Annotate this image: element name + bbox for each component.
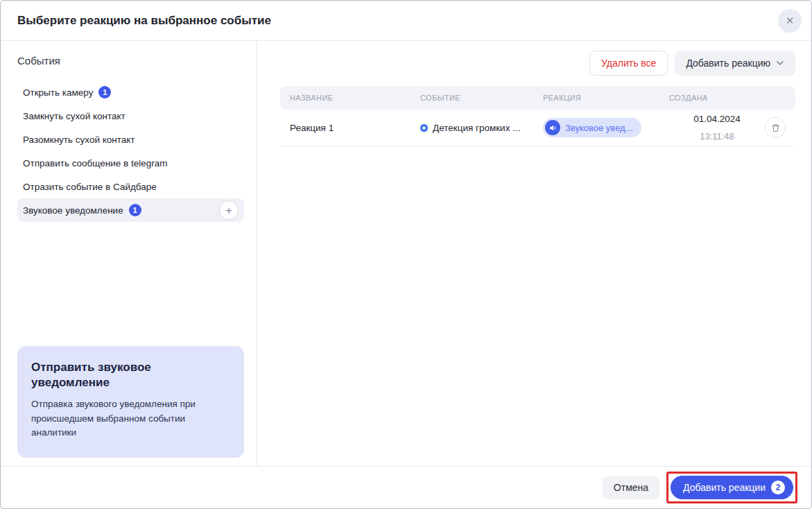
submit-count-badge: 2: [771, 481, 785, 494]
reaction-tag-label: Звуковое увед...: [565, 123, 633, 133]
reaction-name-cell: Реакция 1: [280, 123, 412, 133]
add-reaction-label: Добавить реакцию: [686, 58, 770, 69]
reactions-toolbar: Удалить все Добавить реакцию: [280, 51, 795, 76]
reactions-panel: Удалить все Добавить реакцию НАЗВАНИЕ СО…: [257, 41, 811, 466]
column-header-created: СОЗДАНА: [661, 94, 765, 102]
reactions-table-header: НАЗВАНИЕ СОБЫТИЕ РЕАКЦИЯ СОЗДАНА: [280, 86, 795, 110]
sidebar-item-open-camera[interactable]: Открыть камеру 1: [17, 80, 244, 104]
sidebar-item-label: Отправить сообщение в telegram: [23, 158, 168, 169]
dialog-footer: Отмена Добавить реакции 2: [1, 466, 811, 508]
info-card-title: Отправить звуковое уведомление: [31, 360, 205, 390]
dialog-body: События Открыть камеру 1 Замкнуть сухой …: [1, 41, 811, 466]
sound-notification-icon: [545, 120, 560, 135]
add-reactions-submit-button[interactable]: Добавить реакции 2: [671, 476, 793, 499]
annotation-highlight: Добавить реакции 2: [666, 472, 797, 503]
reaction-cell: Звуковое увед...: [535, 118, 661, 137]
trash-icon: [770, 123, 781, 133]
delete-all-button[interactable]: Удалить все: [589, 51, 668, 76]
event-cell: Детекция громких ...: [412, 123, 535, 133]
count-badge: 1: [129, 204, 141, 216]
event-ring-icon: [420, 124, 428, 132]
sidebar-item-show-in-sidebar[interactable]: Отразить событие в Сайдбаре: [17, 175, 244, 198]
sidebar-item-close-dry-contact[interactable]: Замкнуть сухой контакт: [17, 104, 244, 128]
sidebar-item-label: Разомкнуть сухой контакт: [23, 135, 135, 145]
submit-label: Добавить реакции: [683, 482, 766, 493]
events-sidebar-title: События: [17, 55, 240, 67]
created-date: 01.04.2024: [693, 113, 741, 126]
column-header-event: СОБЫТИЕ: [412, 94, 535, 102]
count-badge: 1: [98, 86, 111, 98]
column-header-reaction: РЕАКЦИЯ: [535, 94, 661, 102]
cancel-label: Отмена: [614, 482, 648, 493]
select-reaction-dialog: Выберите реакцию на выбранное событие ✕ …: [0, 0, 812, 509]
table-row: Реакция 1 Детекция громких ...: [280, 110, 795, 146]
sidebar-item-label: Отразить событие в Сайдбаре: [23, 182, 157, 192]
add-reaction-dropdown-button[interactable]: Добавить реакцию: [675, 51, 795, 76]
cancel-button[interactable]: Отмена: [603, 476, 659, 499]
sidebar-item-open-dry-contact[interactable]: Разомкнуть сухой контакт: [17, 128, 244, 151]
created-cell: 01.04.2024 13:11:48: [661, 113, 765, 143]
sidebar-item-send-telegram[interactable]: Отправить сообщение в telegram: [17, 151, 244, 175]
dialog-header: Выберите реакцию на выбранное событие ✕: [1, 1, 811, 41]
column-header-name: НАЗВАНИЕ: [280, 94, 412, 102]
sidebar-item-label: Открыть камеру: [23, 87, 93, 98]
page-title: Выберите реакцию на выбранное событие: [17, 14, 778, 28]
events-sidebar: События Открыть камеру 1 Замкнуть сухой …: [1, 41, 257, 466]
close-icon: ✕: [786, 15, 795, 26]
sidebar-item-label: Звуковое уведомление: [23, 205, 123, 216]
chevron-down-icon: [776, 59, 784, 67]
close-button[interactable]: ✕: [778, 9, 802, 33]
delete-row-button[interactable]: [765, 117, 786, 138]
add-reaction-plus-button[interactable]: +: [219, 200, 239, 220]
info-card-description: Отправка звукового уведомления при проис…: [31, 397, 225, 440]
event-list: Открыть камеру 1 Замкнуть сухой контакт …: [1, 80, 257, 222]
created-time: 13:11:48: [700, 130, 734, 143]
plus-icon: +: [225, 205, 232, 216]
sidebar-item-sound-notification[interactable]: Звуковое уведомление 1 +: [17, 198, 244, 222]
row-actions-cell: [765, 117, 795, 138]
delete-all-label: Удалить все: [601, 58, 656, 69]
sidebar-item-label: Замкнуть сухой контакт: [23, 111, 126, 121]
reaction-info-card: Отправить звуковое уведомление Отправка …: [17, 346, 244, 458]
reaction-tag[interactable]: Звуковое увед...: [543, 118, 641, 137]
